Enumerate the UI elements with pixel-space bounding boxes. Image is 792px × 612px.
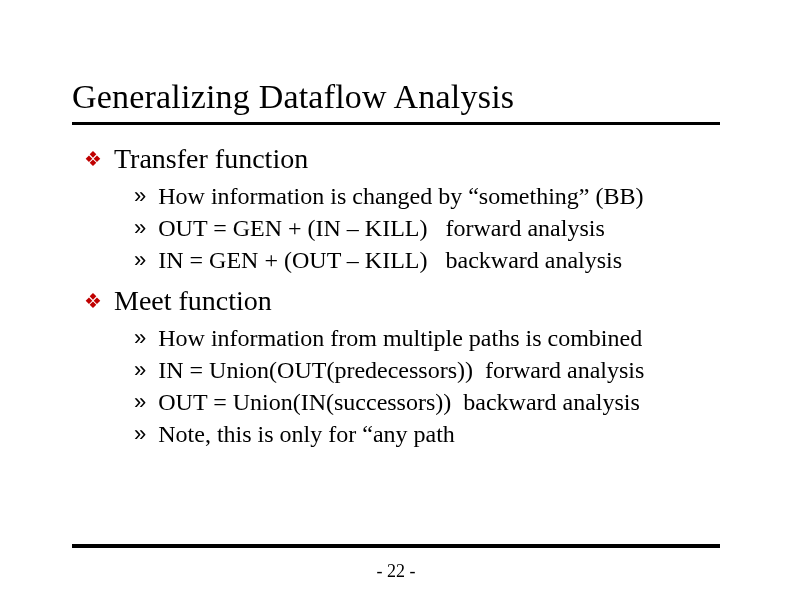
list-item-text: OUT = GEN + (IN – KILL) forward analysis [158, 213, 605, 243]
section-2-heading-row: ❖ Meet function [90, 285, 720, 317]
list-item: » IN = GEN + (OUT – KILL) backward analy… [134, 245, 720, 275]
title-underline [72, 122, 720, 125]
section-1: ❖ Transfer function » How information is… [90, 143, 720, 275]
list-item: » IN = Union(OUT(predecessors)) forward … [134, 355, 720, 385]
list-item-text: Note, this is only for “any path [158, 419, 455, 449]
list-item-text: How information from multiple paths is c… [158, 323, 642, 353]
section-1-heading-row: ❖ Transfer function [90, 143, 720, 175]
raquo-bullet-icon: » [134, 419, 146, 449]
page-number: - 22 - [0, 561, 792, 582]
diamond-bullet-icon: ❖ [84, 143, 102, 175]
raquo-bullet-icon: » [134, 245, 146, 275]
bottom-rule [72, 544, 720, 548]
raquo-bullet-icon: » [134, 323, 146, 353]
list-item: » How information from multiple paths is… [134, 323, 720, 353]
raquo-bullet-icon: » [134, 387, 146, 417]
list-item-text: IN = Union(OUT(predecessors)) forward an… [158, 355, 644, 385]
section-1-items: » How information is changed by “somethi… [134, 181, 720, 275]
raquo-bullet-icon: » [134, 355, 146, 385]
slide-title: Generalizing Dataflow Analysis [72, 78, 720, 116]
list-item: » OUT = Union(IN(successors)) backward a… [134, 387, 720, 417]
section-2-items: » How information from multiple paths is… [134, 323, 720, 449]
section-2: ❖ Meet function » How information from m… [90, 285, 720, 449]
section-1-heading: Transfer function [114, 143, 308, 175]
list-item: » How information is changed by “somethi… [134, 181, 720, 211]
raquo-bullet-icon: » [134, 213, 146, 243]
list-item-text: IN = GEN + (OUT – KILL) backward analysi… [158, 245, 622, 275]
list-item: » OUT = GEN + (IN – KILL) forward analys… [134, 213, 720, 243]
list-item-text: OUT = Union(IN(successors)) backward ana… [158, 387, 640, 417]
section-2-heading: Meet function [114, 285, 272, 317]
list-item: » Note, this is only for “any path [134, 419, 720, 449]
raquo-bullet-icon: » [134, 181, 146, 211]
diamond-bullet-icon: ❖ [84, 285, 102, 317]
slide: Generalizing Dataflow Analysis ❖ Transfe… [0, 0, 792, 612]
slide-content: ❖ Transfer function » How information is… [72, 143, 720, 449]
list-item-text: How information is changed by “something… [158, 181, 643, 211]
